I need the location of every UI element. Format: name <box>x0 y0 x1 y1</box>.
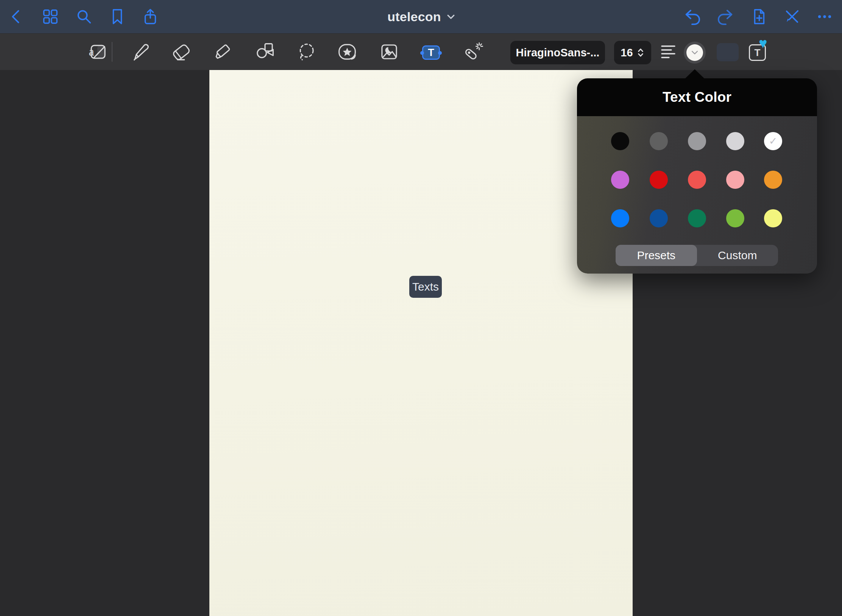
share-button[interactable] <box>138 0 162 33</box>
text-tool-left-handle[interactable] <box>420 51 424 55</box>
top-navbar: utelecon <box>0 0 842 33</box>
page-canvas[interactable]: Texts <box>209 70 633 616</box>
image-tool-button[interactable] <box>377 34 401 70</box>
thumbnails-button[interactable] <box>38 0 62 33</box>
document-title[interactable]: utelecon <box>364 0 478 33</box>
document-title-label: utelecon <box>387 9 441 24</box>
popover-arrow <box>685 69 705 79</box>
stylus-cross-icon <box>783 8 801 25</box>
app-root: utelecon a <box>0 0 842 616</box>
color-swatch[interactable] <box>688 132 706 150</box>
text-align-button[interactable] <box>656 34 680 70</box>
inactive-style-slot <box>717 43 739 61</box>
undo-icon <box>683 8 701 25</box>
text-tool-right-handle[interactable] <box>438 51 442 55</box>
back-chevron-icon <box>8 8 25 25</box>
laser-pointer-tool-button[interactable] <box>461 34 485 70</box>
share-icon <box>142 8 159 25</box>
add-page-button[interactable] <box>747 0 771 33</box>
image-icon <box>379 42 399 62</box>
font-size-stepper[interactable]: 16 <box>614 41 651 64</box>
color-swatch[interactable] <box>611 209 629 227</box>
text-tool-label: T <box>428 47 434 59</box>
text-color-button[interactable] <box>684 42 706 64</box>
presets-custom-segmented-control: Presets Custom <box>616 245 778 266</box>
shapes-tool-button[interactable] <box>253 34 277 70</box>
color-chevron-down-icon <box>692 51 698 54</box>
eraser-icon <box>171 42 192 62</box>
current-color-swatch <box>686 44 703 61</box>
eraser-tool-button[interactable] <box>169 34 193 70</box>
color-swatch[interactable] <box>650 171 668 189</box>
undo-button[interactable] <box>680 0 704 33</box>
segment-presets[interactable]: Presets <box>616 245 697 266</box>
color-swatch[interactable] <box>726 132 744 150</box>
search-button[interactable] <box>72 0 96 33</box>
stickers-icon <box>337 42 357 62</box>
laser-pointer-icon <box>463 42 483 62</box>
view-mode-button[interactable]: a <box>86 34 110 70</box>
font-family-button[interactable]: HiraginoSans-... <box>510 41 605 64</box>
text-color-popover: Text Color ✓ Presets Custom <box>577 78 817 274</box>
add-page-icon <box>750 8 768 25</box>
svg-text:a: a <box>89 45 94 58</box>
color-swatch[interactable] <box>650 209 668 227</box>
highlighter-tool-button[interactable] <box>211 34 235 70</box>
text-object[interactable]: Texts <box>409 276 442 298</box>
color-swatch[interactable]: ✓ <box>764 132 782 150</box>
thumbnails-grid-icon <box>42 8 59 25</box>
color-swatch[interactable] <box>726 171 744 189</box>
redo-icon <box>717 8 734 25</box>
popover-header: Text Color <box>577 78 817 116</box>
stylus-toggle-button[interactable] <box>780 0 804 33</box>
color-swatch[interactable] <box>764 171 782 189</box>
edit-toolbar: a T HiraginoSan <box>0 33 842 70</box>
toolbar-divider <box>112 42 112 62</box>
redo-button[interactable] <box>714 0 738 33</box>
popover-body: ✓ Presets Custom <box>577 116 817 274</box>
highlighter-icon <box>213 42 233 62</box>
back-button[interactable] <box>4 0 28 33</box>
font-size-value: 16 <box>621 47 633 59</box>
bookmark-button[interactable] <box>105 0 129 33</box>
stickers-tool-button[interactable] <box>335 34 359 70</box>
color-swatch[interactable] <box>764 209 782 227</box>
text-tool-button-active[interactable]: T <box>422 45 440 60</box>
pen-tool-button[interactable] <box>128 34 153 70</box>
color-swatch[interactable] <box>611 132 629 150</box>
pen-icon <box>130 42 151 62</box>
color-swatch[interactable] <box>650 132 668 150</box>
title-chevron-down-icon <box>447 14 455 19</box>
ellipsis-icon <box>816 8 833 25</box>
align-left-icon <box>659 43 677 61</box>
color-swatch[interactable] <box>688 209 706 227</box>
heart-badge-icon: ♥ <box>759 36 767 50</box>
bookmark-icon <box>109 8 126 25</box>
search-icon <box>75 8 93 25</box>
popover-title: Text Color <box>663 89 731 105</box>
view-mode-icon: a <box>87 42 108 62</box>
shapes-icon <box>255 42 275 62</box>
stepper-chevrons-icon <box>636 48 645 58</box>
color-swatch[interactable] <box>611 171 629 189</box>
favorite-text-style-button[interactable]: T ♥ <box>744 39 777 66</box>
segment-custom[interactable]: Custom <box>697 245 778 266</box>
lasso-icon <box>296 42 317 62</box>
selected-check-icon: ✓ <box>769 135 778 147</box>
color-swatch[interactable] <box>726 209 744 227</box>
lasso-tool-button[interactable] <box>294 34 318 70</box>
more-options-button[interactable] <box>812 0 837 33</box>
color-swatch[interactable] <box>688 171 706 189</box>
